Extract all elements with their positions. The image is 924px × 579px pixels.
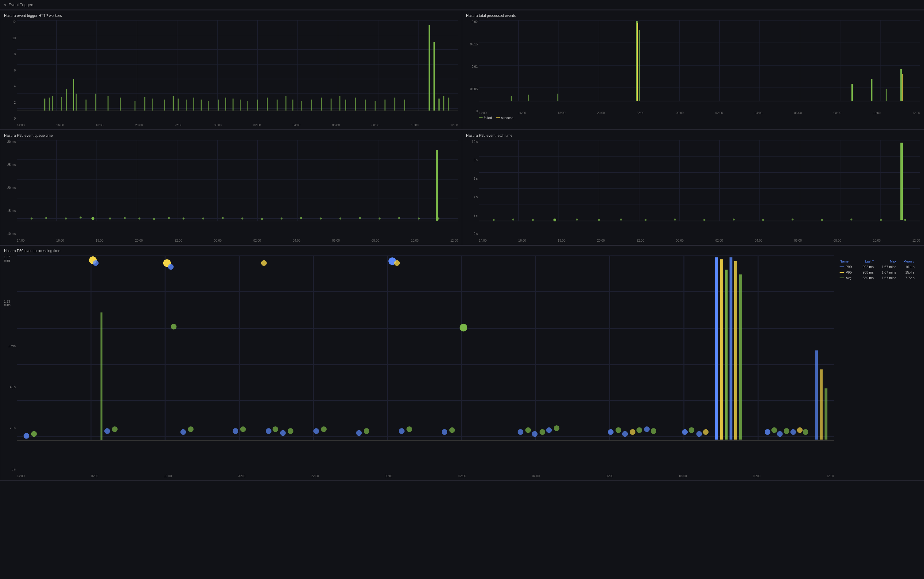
- svg-point-112: [92, 217, 95, 220]
- success-color: [496, 118, 500, 118]
- svg-point-220: [554, 425, 560, 431]
- avg-series-name: Avg: [846, 276, 852, 280]
- svg-point-163: [821, 219, 823, 221]
- svg-rect-235: [730, 257, 732, 440]
- svg-point-222: [615, 427, 621, 433]
- http-workers-title: Hasura event trigger HTTP workers: [4, 13, 458, 18]
- svg-point-157: [645, 219, 647, 221]
- svg-point-185: [24, 433, 30, 438]
- svg-rect-31: [164, 100, 165, 111]
- svg-point-206: [356, 430, 362, 436]
- p50-processing-panel: Hasura P50 event processing time 1.67 mi…: [0, 245, 924, 481]
- series-p99-row: P99 992 ms 1.67 mins 16.1 s: [838, 264, 916, 270]
- svg-rect-32: [173, 96, 174, 111]
- svg-point-224: [630, 429, 635, 435]
- svg-rect-49: [311, 100, 312, 111]
- svg-point-226: [644, 426, 650, 432]
- section-header: ∨ Event Triggers: [0, 0, 924, 10]
- top-charts-grid: Hasura event trigger HTTP workers 12 10 …: [0, 10, 924, 130]
- svg-point-212: [442, 429, 448, 435]
- p99-series-name: P99: [846, 265, 852, 269]
- p99-mean: 16.1 s: [898, 264, 916, 270]
- http-workers-x-axis: 14:00 16:00 18:00 20:00 22:00 00:00 02:0…: [17, 124, 458, 127]
- p95-queue-svg: [17, 140, 458, 238]
- svg-rect-189: [100, 312, 102, 440]
- svg-point-194: [171, 324, 177, 329]
- p95-fetch-y-axis: 10 s 8 s 6 s 4 s 2 s 0 s: [466, 140, 479, 235]
- svg-rect-82: [639, 30, 640, 101]
- p95-fetch-x-axis: 14:00 16:00 18:00 20:00 22:00 00:00 02:0…: [479, 239, 920, 242]
- svg-point-196: [188, 426, 194, 432]
- svg-point-227: [651, 428, 656, 434]
- col-last-header: Last *: [857, 258, 875, 264]
- svg-rect-64: [448, 98, 449, 111]
- p95-queue-panel: Hasura P95 event queue time 30 ms 25 ms …: [0, 130, 462, 245]
- svg-point-132: [437, 218, 439, 219]
- svg-point-167: [904, 219, 906, 221]
- col-max-header: Max: [875, 258, 898, 264]
- svg-point-193: [168, 264, 174, 270]
- p95-queue-x-axis: 14:00 16:00 18:00 20:00 22:00 00:00 02:0…: [17, 239, 458, 242]
- svg-point-109: [46, 217, 47, 219]
- section-title: Event Triggers: [8, 2, 34, 7]
- svg-point-244: [803, 429, 809, 435]
- svg-point-198: [240, 426, 246, 432]
- svg-point-117: [168, 217, 170, 219]
- svg-rect-18: [49, 98, 50, 111]
- svg-rect-29: [144, 97, 145, 111]
- svg-point-241: [784, 428, 789, 434]
- svg-rect-166: [900, 142, 903, 220]
- svg-point-130: [418, 218, 420, 219]
- svg-rect-37: [208, 101, 209, 111]
- svg-rect-63: [443, 96, 444, 111]
- svg-point-159: [703, 219, 705, 221]
- svg-point-115: [138, 218, 140, 219]
- legend-success-label: success: [501, 116, 513, 119]
- p50-processing-svg: [17, 255, 834, 474]
- p50-processing-title: Hasura P50 event processing time: [4, 249, 920, 253]
- svg-rect-247: [824, 388, 827, 440]
- svg-rect-36: [201, 100, 202, 111]
- svg-rect-89: [886, 89, 886, 101]
- p50-processing-y-axis: 1.67 mins 1.33 mins 1 min 40 s 20 s 0 s: [4, 255, 17, 471]
- total-processed-x-axis: 14:00 16:00 18:00 20:00 22:00 00:00 02:0…: [479, 111, 920, 115]
- svg-point-156: [620, 219, 622, 221]
- svg-rect-90: [900, 69, 902, 101]
- svg-rect-35: [194, 98, 194, 111]
- svg-rect-57: [384, 100, 385, 111]
- p95-fetch-svg: [479, 140, 920, 238]
- series-p95-row: P95 958 ms 1.67 mins 15.4 s: [838, 270, 916, 275]
- svg-point-229: [689, 427, 694, 433]
- svg-rect-47: [292, 100, 293, 111]
- svg-point-218: [539, 429, 545, 435]
- avg-max: 1.67 mins: [875, 275, 898, 281]
- svg-point-207: [364, 428, 369, 434]
- svg-rect-25: [95, 93, 96, 111]
- p99-line-icon: [840, 267, 844, 267]
- svg-rect-20: [61, 97, 62, 111]
- svg-rect-21: [66, 89, 67, 111]
- svg-point-150: [493, 219, 494, 221]
- svg-point-188: [93, 260, 99, 266]
- svg-rect-33: [178, 98, 179, 111]
- svg-rect-45: [277, 100, 277, 111]
- total-processed-y-axis: 0.02 0.015 0.01 0.005 0: [466, 20, 479, 113]
- svg-point-204: [313, 428, 319, 434]
- svg-point-230: [696, 431, 702, 437]
- svg-point-191: [112, 426, 118, 432]
- svg-point-152: [532, 219, 533, 221]
- svg-point-231: [703, 429, 709, 435]
- http-workers-y-axis: 12 10 8 6 4 2 0: [4, 20, 17, 120]
- http-workers-panel: Hasura event trigger HTTP workers 12 10 …: [0, 10, 462, 130]
- p95-fetch-inner: 14:00 16:00 18:00 20:00 22:00 00:00 02:0…: [479, 140, 920, 242]
- p95-queue-chart-area: 30 ms 25 ms 20 ms 15 ms 10 ms: [4, 140, 458, 242]
- svg-point-238: [765, 429, 771, 435]
- failed-color: [479, 118, 483, 118]
- svg-point-124: [300, 217, 302, 219]
- svg-point-199: [261, 260, 267, 266]
- svg-point-205: [321, 426, 327, 432]
- series-avg-row: Avg 580 ms 1.67 mins 7.72 s: [838, 275, 916, 281]
- svg-rect-42: [247, 101, 248, 111]
- svg-point-165: [880, 219, 881, 221]
- col-mean-header[interactable]: Mean ↓: [898, 258, 916, 264]
